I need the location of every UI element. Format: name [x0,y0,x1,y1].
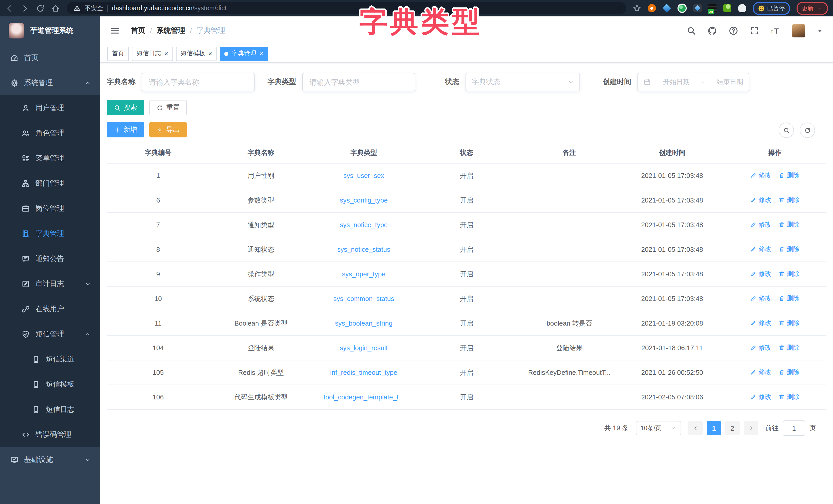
edit-link[interactable]: 修改 [751,344,771,352]
next-page-button[interactable] [744,421,758,435]
delete-link[interactable]: 删除 [779,171,800,180]
tab-item[interactable]: 短信模板× [176,46,217,61]
sidebar-item[interactable]: 首页 [0,45,100,70]
cell-dict-type: inf_redis_timeout_type [312,360,415,385]
sidebar-item[interactable]: 基础设施 [0,447,100,472]
dict-type-link[interactable]: sys_notice_status [337,246,390,253]
delete-link[interactable]: 删除 [779,319,800,328]
sidebar-item[interactable]: 通知公告 [0,246,100,271]
prev-page-button[interactable] [688,421,703,435]
sidebar-item[interactable]: 菜单管理 [0,146,100,171]
extension-icon-6[interactable] [723,4,731,12]
tab-item[interactable]: 首页 [107,46,129,61]
hamburger-icon[interactable] [110,26,120,35]
forward-icon[interactable] [21,4,29,12]
dict-type-link[interactable]: sys_boolean_string [335,320,392,327]
dict-type-link[interactable]: tool_codegen_template_t... [324,393,404,401]
delete-link[interactable]: 删除 [779,344,800,352]
breadcrumb-item[interactable]: 系统管理 [157,26,185,35]
github-icon[interactable] [708,26,717,35]
bookmark-star-icon[interactable] [633,4,641,12]
dict-type-link[interactable]: sys_common_status [333,295,394,303]
sidebar-item[interactable]: 错误码管理 [0,422,100,447]
dict-name-input[interactable] [148,77,248,87]
extension-icon-4[interactable] [693,4,701,12]
dict-type-link[interactable]: inf_redis_timeout_type [330,369,398,376]
dict-type-link[interactable]: sys_oper_type [342,270,385,278]
address-bar[interactable]: 不安全 dashboard.yudao.iocoder.cn/system/di… [67,2,626,14]
tab-item[interactable]: 短信日志× [132,46,173,61]
edit-link[interactable]: 修改 [751,368,771,377]
tab-active[interactable]: 字典管理× [220,46,268,61]
edit-link[interactable]: 修改 [751,393,771,401]
search-icon[interactable] [687,26,696,35]
delete-link[interactable]: 删除 [779,393,800,401]
refresh-table-button[interactable] [800,123,815,138]
edit-link[interactable]: 修改 [751,294,771,303]
delete-link[interactable]: 删除 [779,245,800,254]
sidebar-item[interactable]: 岗位管理 [0,196,100,221]
tab-close-icon[interactable]: × [259,50,263,57]
sidebar-item[interactable]: 短信渠道 [0,347,100,372]
dict-type-input[interactable] [308,77,409,87]
trash-icon [779,394,785,400]
sidebar-item[interactable]: 短信管理 [0,322,100,347]
tab-close-icon[interactable]: × [208,50,212,57]
sidebar-item[interactable]: 审计日志 [0,271,100,296]
date-range-picker[interactable]: 开始日期 - 结束日期 [638,73,749,91]
breadcrumb-item[interactable]: 首页 [131,26,145,35]
home-icon[interactable] [51,4,60,12]
sidebar-item[interactable]: 字典管理 [0,221,100,246]
sidebar-item[interactable]: 角色管理 [0,121,100,146]
chevron-down-icon[interactable] [817,28,823,33]
paused-extension-pill[interactable]: 已暂停 [753,2,790,15]
menu-dots-icon[interactable] [817,5,823,11]
sidebar-item[interactable]: 在线用户 [0,296,100,322]
delete-link[interactable]: 删除 [779,270,800,278]
edit-link[interactable]: 修改 [751,245,771,254]
page-button[interactable]: 1 [707,421,721,435]
delete-link[interactable]: 删除 [779,294,800,303]
delete-link[interactable]: 删除 [779,196,800,205]
status-select[interactable]: 字典状态 [466,73,580,91]
sidebar-item[interactable]: 系统管理 [0,70,100,95]
dict-type-link[interactable]: sys_notice_type [340,221,387,229]
extension-icon-3[interactable] [677,4,687,13]
edit-link[interactable]: 修改 [751,270,771,278]
page-size-select[interactable]: 10条/页 [636,421,681,435]
dict-type-link[interactable]: sys_login_result [340,344,387,352]
avatar[interactable] [792,24,805,37]
dict-type-link[interactable]: sys_config_type [340,196,387,204]
edit-link[interactable]: 修改 [751,196,771,205]
extension-icon-7[interactable] [738,4,746,12]
back-icon[interactable] [5,4,14,12]
export-button[interactable]: 导出 [149,122,187,137]
edit-link[interactable]: 修改 [751,319,771,328]
delete-link[interactable]: 删除 [779,368,800,377]
reload-icon[interactable] [36,4,45,12]
reset-button[interactable]: 重置 [149,100,187,116]
sidebar-item[interactable]: 短信模板 [0,372,100,397]
font-size-icon[interactable]: tT [771,26,780,35]
edit-link[interactable]: 修改 [751,221,771,229]
goto-page-input[interactable] [783,421,805,436]
delete-link[interactable]: 删除 [779,221,800,229]
sidebar-item[interactable]: 部门管理 [0,171,100,196]
warning-icon [73,5,80,12]
sidebar-item[interactable]: 用户管理 [0,95,100,121]
extension-icon-5[interactable]: on [708,4,716,12]
sidebar-item[interactable]: 短信日志 [0,397,100,422]
fullscreen-icon[interactable] [750,26,759,35]
search-button[interactable]: 搜索 [107,100,144,116]
page-button[interactable]: 2 [725,421,740,435]
sidebar-logo-row[interactable]: 芋道管理系统 [0,17,100,45]
help-icon[interactable] [729,26,738,35]
dict-type-link[interactable]: sys_user_sex [343,172,384,179]
tab-close-icon[interactable]: × [164,50,168,57]
browser-update-button[interactable]: 更新 [796,2,828,15]
extension-icon-1[interactable] [647,4,656,12]
add-button[interactable]: 新增 [107,122,144,137]
show-search-button[interactable] [779,123,794,138]
edit-link[interactable]: 修改 [751,171,771,180]
extension-icon-2[interactable] [662,4,671,12]
